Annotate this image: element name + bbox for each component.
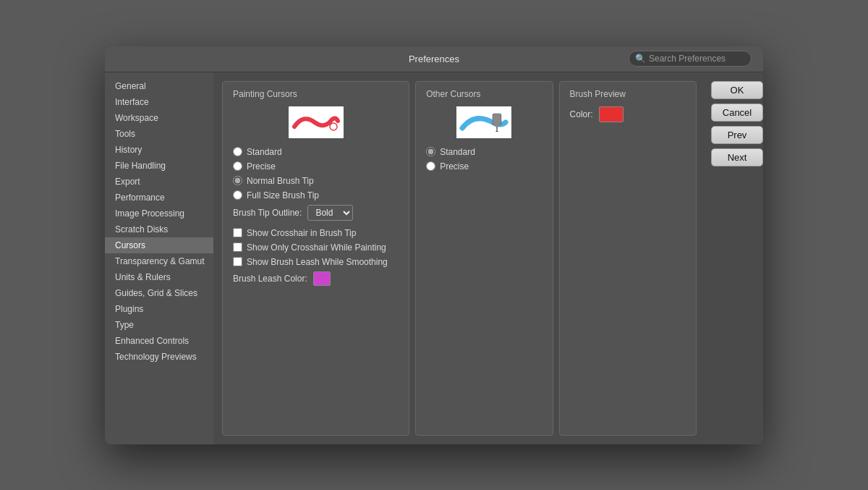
sidebar-item-file-handling[interactable]: File Handling [105, 158, 213, 174]
sidebar-item-guides-grid--slices[interactable]: Guides, Grid & Slices [105, 285, 213, 301]
sidebar-item-image-processing[interactable]: Image Processing [105, 206, 213, 221]
search-bar[interactable]: 🔍 [629, 51, 752, 67]
dialog-body: GeneralInterfaceWorkspaceToolsHistoryFil… [105, 72, 763, 444]
painting-cursors-title: Painting Cursors [233, 89, 399, 99]
radio-pc-full: Full Size Brush Tip [233, 190, 399, 200]
checkbox-1: Show Only Crosshair While Painting [233, 242, 399, 253]
radio-input-oc-precise[interactable] [426, 161, 435, 171]
sidebar-item-enhanced-controls[interactable]: Enhanced Controls [105, 333, 213, 349]
cancel-button[interactable]: Cancel [711, 104, 763, 122]
dialog-title: Preferences [409, 54, 459, 64]
sidebar-item-performance[interactable]: Performance [105, 190, 213, 206]
radio-input-pc-standard[interactable] [233, 147, 242, 156]
sidebar-item-interface[interactable]: Interface [105, 94, 213, 110]
radio-pc-precise: Precise [233, 161, 399, 172]
prev-button[interactable]: Prev [711, 126, 763, 144]
svg-point-0 [330, 123, 337, 130]
radio-label-pc-full: Full Size Brush Tip [247, 190, 319, 200]
radio-input-pc-normal[interactable] [233, 176, 242, 185]
sidebar-item-units--rulers[interactable]: Units & Rulers [105, 269, 213, 285]
svg-marker-4 [495, 130, 498, 132]
sidebar-item-history[interactable]: History [105, 142, 213, 158]
brush-stroke-preview [289, 106, 344, 138]
checkbox-label-2: Show Brush Leash While Smoothing [247, 257, 388, 267]
checkbox-input-2[interactable] [233, 257, 242, 266]
brush-leash-label: Brush Leash Color: [233, 274, 307, 284]
brush-tip-outline-select[interactable]: NoneBold [307, 205, 353, 221]
sidebar-item-export[interactable]: Export [105, 174, 213, 190]
radio-label-pc-normal: Normal Brush Tip [247, 176, 314, 186]
sidebar-item-general[interactable]: General [105, 78, 213, 94]
brush-preview-color-row: Color: [570, 106, 686, 122]
radio-input-pc-full[interactable] [233, 190, 242, 200]
preferences-dialog: Preferences 🔍 GeneralInterfaceWorkspaceT… [105, 46, 763, 444]
checkbox-2: Show Brush Leash While Smoothing [233, 257, 399, 267]
radio-label-pc-precise: Precise [247, 161, 276, 172]
brush-preview-title: Brush Preview [570, 89, 686, 99]
brush-tip-outline-row: Brush Tip Outline: NoneBold [233, 205, 399, 221]
radio-label-pc-standard: Standard [247, 147, 282, 157]
other-cursors-section: Other Cursors [415, 81, 553, 436]
sidebar-item-plugins[interactable]: Plugins [105, 301, 213, 317]
brush-preview-section: Brush Preview Color: [559, 81, 697, 436]
brush-preview-color-label: Color: [570, 109, 593, 119]
radio-input-pc-precise[interactable] [233, 161, 242, 171]
radio-pc-normal: Normal Brush Tip [233, 176, 399, 186]
main-content: Painting Cursors StandardPreciseNormal B… [213, 72, 705, 444]
brush-preview-color-swatch[interactable] [599, 106, 624, 122]
other-cursor-preview [456, 106, 511, 138]
brush-leash-row: Brush Leash Color: [233, 271, 399, 286]
other-cursors-title: Other Cursors [426, 89, 542, 99]
radio-label-oc-standard: Standard [440, 147, 475, 157]
sidebar-item-transparency--gamut[interactable]: Transparency & Gamut [105, 253, 213, 269]
sidebar-item-workspace[interactable]: Workspace [105, 110, 213, 126]
next-button[interactable]: Next [711, 148, 763, 166]
svg-rect-2 [495, 123, 499, 127]
checkbox-input-1[interactable] [233, 242, 242, 252]
radio-pc-standard: Standard [233, 147, 399, 157]
ok-button[interactable]: OK [711, 81, 763, 99]
brush-tip-outline-label: Brush Tip Outline: [233, 208, 302, 218]
search-icon: 🔍 [635, 54, 646, 64]
radio-input-oc-standard[interactable] [426, 147, 435, 156]
brush-leash-color-swatch[interactable] [313, 271, 331, 286]
sidebar-item-tools[interactable]: Tools [105, 126, 213, 142]
title-bar: Preferences 🔍 [105, 46, 763, 72]
search-input[interactable] [649, 54, 745, 64]
checkbox-0: Show Crosshair in Brush Tip [233, 228, 399, 238]
radio-oc-standard: Standard [426, 147, 542, 157]
sidebar-item-type[interactable]: Type [105, 317, 213, 333]
sidebar-item-scratch-disks[interactable]: Scratch Disks [105, 221, 213, 237]
sidebar-item-technology-previews[interactable]: Technology Previews [105, 349, 213, 365]
painting-cursors-section: Painting Cursors StandardPreciseNormal B… [222, 81, 409, 436]
radio-oc-precise: Precise [426, 161, 542, 172]
checkbox-label-0: Show Crosshair in Brush Tip [247, 228, 356, 238]
sections-row: Painting Cursors StandardPreciseNormal B… [222, 81, 697, 436]
sidebar: GeneralInterfaceWorkspaceToolsHistoryFil… [105, 72, 213, 444]
checkbox-input-0[interactable] [233, 228, 242, 237]
right-buttons: OK Cancel Prev Next [705, 72, 763, 444]
checkbox-label-1: Show Only Crosshair While Painting [247, 242, 386, 253]
radio-label-oc-precise: Precise [440, 161, 469, 172]
sidebar-item-cursors[interactable]: Cursors [105, 237, 213, 253]
